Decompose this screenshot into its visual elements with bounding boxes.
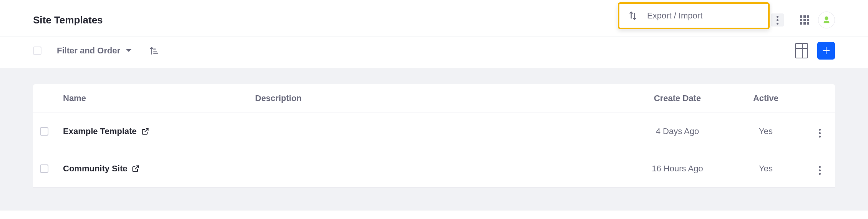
toolbar-left: Filter and Order	[33, 44, 160, 57]
person-icon	[822, 16, 831, 24]
header-actions: Export / Import	[610, 12, 835, 28]
row-checkbox[interactable]	[40, 164, 48, 173]
template-active: Yes	[727, 150, 804, 187]
table-header-row: Name Description Create Date Active	[33, 84, 835, 113]
apps-grid-button[interactable]	[798, 13, 811, 27]
row-checkbox[interactable]	[40, 127, 48, 136]
column-header-name[interactable]: Name	[56, 84, 248, 113]
template-name-link[interactable]: Example Template	[63, 126, 241, 136]
apps-grid-icon	[800, 15, 809, 25]
content-area: Name Description Create Date Active Exam…	[0, 68, 868, 211]
plus-icon	[822, 46, 831, 55]
template-create-date: 16 Hours Ago	[627, 150, 727, 187]
row-actions-button[interactable]	[817, 164, 823, 177]
header-bar: Site Templates Export / Import	[0, 0, 868, 36]
column-header-active[interactable]: Active	[727, 84, 804, 113]
template-name-link[interactable]: Community Site	[63, 164, 241, 174]
toolbar-right	[795, 42, 835, 60]
page-title: Site Templates	[33, 14, 103, 26]
template-description	[248, 113, 627, 150]
external-link-icon	[132, 165, 139, 173]
template-active: Yes	[727, 113, 804, 150]
caret-down-icon	[126, 49, 132, 53]
more-actions-button[interactable]	[771, 13, 784, 27]
table-row: Community Site 16 Hours Ago Yes	[33, 150, 835, 187]
template-description	[248, 150, 627, 187]
user-avatar[interactable]	[818, 12, 835, 28]
row-actions-button[interactable]	[817, 126, 823, 140]
view-toggle-button[interactable]	[795, 44, 808, 57]
select-all-checkbox[interactable]	[33, 46, 41, 55]
template-create-date: 4 Days Ago	[627, 113, 727, 150]
table-view-icon	[795, 43, 808, 58]
column-header-description[interactable]: Description	[248, 84, 627, 113]
sort-icon	[149, 46, 159, 56]
management-toolbar: Filter and Order	[0, 36, 868, 68]
template-name-text: Community Site	[63, 164, 127, 174]
add-button[interactable]	[817, 42, 835, 60]
arrows-up-down-icon	[628, 11, 638, 21]
template-name-text: Example Template	[63, 126, 137, 136]
table-row: Example Template 4 Days Ago Yes	[33, 113, 835, 150]
filter-and-order-label: Filter and Order	[57, 46, 120, 56]
external-link-icon	[141, 128, 149, 135]
divider	[791, 15, 791, 25]
vertical-dots-icon	[774, 13, 781, 27]
filter-and-order-dropdown[interactable]: Filter and Order	[57, 46, 132, 56]
sort-direction-button[interactable]	[147, 44, 160, 57]
templates-table: Name Description Create Date Active Exam…	[33, 84, 835, 187]
export-import-label: Export / Import	[647, 11, 702, 21]
export-import-menu[interactable]: Export / Import	[618, 2, 770, 29]
column-header-create-date[interactable]: Create Date	[627, 84, 727, 113]
